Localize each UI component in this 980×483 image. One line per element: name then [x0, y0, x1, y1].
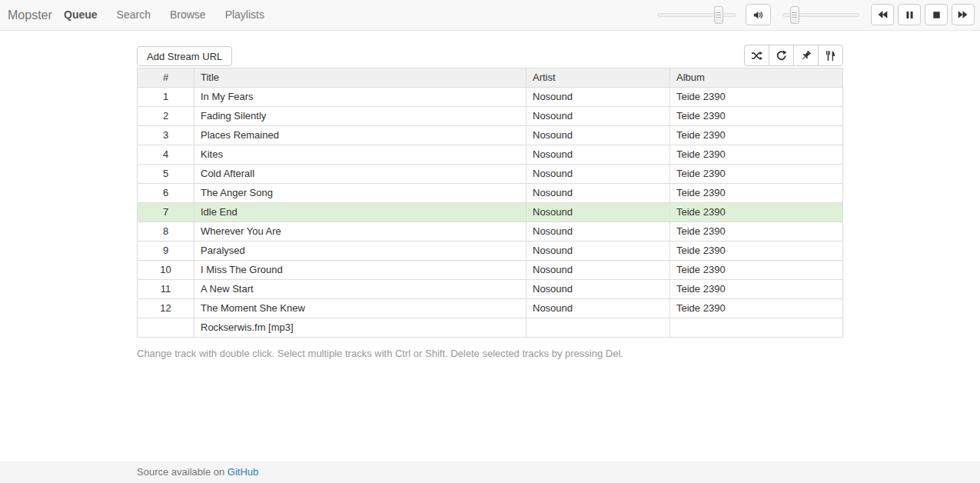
- seek-slider[interactable]: [657, 13, 736, 17]
- queue-page: Add Stream URL: [137, 31, 843, 359]
- track-number: 2: [138, 107, 194, 126]
- footer-source-text: Source available on: [137, 466, 228, 478]
- queue-table-body: 1 In My Fears Nosound Teide 2390 2 Fadin…: [138, 88, 843, 338]
- track-title: The Anger Song: [194, 184, 527, 203]
- table-row[interactable]: 9 Paralysed Nosound Teide 2390: [138, 242, 843, 261]
- track-title: Fading Silently: [194, 107, 527, 126]
- track-album: Teide 2390: [670, 261, 843, 280]
- table-row[interactable]: 7 Idle End Nosound Teide 2390: [138, 203, 843, 222]
- track-number: 10: [138, 261, 194, 280]
- usage-hint: Change track with double click. Select m…: [137, 348, 843, 359]
- slider-grip: [716, 12, 721, 18]
- repeat-button[interactable]: [769, 45, 794, 66]
- table-row[interactable]: 2 Fading Silently Nosound Teide 2390: [138, 107, 843, 126]
- track-artist: Nosound: [527, 165, 670, 184]
- track-album: Teide 2390: [670, 222, 843, 242]
- app-brand[interactable]: Mopster: [8, 0, 52, 30]
- shuffle-button[interactable]: [744, 45, 769, 66]
- table-row[interactable]: Rockserwis.fm [mp3]: [138, 318, 843, 338]
- column-header-album: Album: [670, 68, 843, 88]
- playback-mode-group: [744, 45, 843, 66]
- single-button[interactable]: [793, 45, 819, 66]
- add-stream-url-button[interactable]: Add Stream URL: [137, 46, 232, 66]
- volume-slider[interactable]: [782, 13, 859, 17]
- nav-item-playlists[interactable]: Playlists: [225, 0, 264, 30]
- track-artist: Nosound: [527, 261, 670, 280]
- column-header-title: Title: [194, 68, 527, 88]
- pushpin-icon: [800, 50, 812, 62]
- shuffle-icon: [751, 50, 762, 62]
- track-album: Teide 2390: [670, 88, 843, 107]
- table-row[interactable]: 11 A New Start Nosound Teide 2390: [138, 280, 843, 299]
- stop-button[interactable]: [925, 4, 948, 25]
- track-number: 8: [138, 222, 194, 242]
- next-button[interactable]: [952, 4, 975, 25]
- track-title: Cold Afterall: [194, 165, 527, 184]
- track-number: 6: [138, 184, 194, 203]
- volume-up-icon: [752, 9, 764, 21]
- stop-icon: [932, 10, 942, 20]
- track-album: Teide 2390: [670, 165, 843, 184]
- track-album: Teide 2390: [670, 280, 843, 299]
- table-row[interactable]: 4 Kites Nosound Teide 2390: [138, 145, 843, 165]
- nav-item-queue[interactable]: Queue: [64, 0, 98, 30]
- table-row[interactable]: 8 Wherever You Are Nosound Teide 2390: [138, 222, 843, 242]
- track-artist: Nosound: [527, 126, 670, 145]
- column-header-artist: Artist: [527, 68, 670, 88]
- pause-icon: [905, 10, 915, 20]
- track-title: The Moment She Knew: [194, 299, 527, 318]
- track-number: 1: [138, 88, 194, 107]
- track-album: Teide 2390: [670, 145, 843, 165]
- cutlery-icon: [825, 50, 836, 62]
- navbar: Mopster Queue Search Browse Playlists: [0, 0, 980, 31]
- track-album: Teide 2390: [670, 184, 843, 203]
- track-album: Teide 2390: [670, 126, 843, 145]
- track-title: Places Remained: [194, 126, 527, 145]
- track-title: In My Fears: [194, 88, 527, 107]
- track-artist: [527, 318, 670, 338]
- track-number: 3: [138, 126, 194, 145]
- column-header-number: #: [138, 68, 194, 88]
- nav-item-search[interactable]: Search: [117, 0, 151, 30]
- track-artist: Nosound: [527, 299, 670, 318]
- repeat-icon: [776, 50, 787, 62]
- fast-forward-icon: [958, 9, 968, 20]
- track-artist: Nosound: [527, 88, 670, 107]
- table-row[interactable]: 10 I Miss The Ground Nosound Teide 2390: [138, 261, 843, 280]
- queue-toolbar: Add Stream URL: [137, 31, 843, 68]
- track-title: Rockserwis.fm [mp3]: [194, 318, 527, 338]
- table-row[interactable]: 12 The Moment She Knew Nosound Teide 239…: [138, 299, 843, 318]
- nav-item-browse[interactable]: Browse: [170, 0, 206, 30]
- track-title: Wherever You Are: [194, 222, 527, 242]
- previous-button[interactable]: [871, 4, 894, 25]
- table-row[interactable]: 5 Cold Afterall Nosound Teide 2390: [138, 165, 843, 184]
- seek-slider-handle[interactable]: [714, 6, 723, 24]
- table-row[interactable]: 3 Places Remained Nosound Teide 2390: [138, 126, 843, 145]
- mute-button[interactable]: [746, 4, 771, 25]
- table-header-row: # Title Artist Album: [138, 68, 843, 88]
- track-album: Teide 2390: [670, 299, 843, 318]
- volume-slider-handle[interactable]: [790, 6, 799, 24]
- track-album: Teide 2390: [670, 203, 843, 222]
- track-number: 11: [138, 280, 194, 299]
- slider-grip: [792, 12, 797, 18]
- github-link[interactable]: GitHub: [228, 466, 258, 478]
- track-artist: Nosound: [527, 222, 670, 242]
- track-number: 4: [138, 145, 194, 165]
- track-album: [670, 318, 843, 338]
- playback-controls: [871, 4, 975, 25]
- track-artist: Nosound: [527, 107, 670, 126]
- track-number: 9: [138, 242, 194, 261]
- table-row[interactable]: 6 The Anger Song Nosound Teide 2390: [138, 184, 843, 203]
- track-artist: Nosound: [527, 203, 670, 222]
- track-number: 12: [138, 299, 194, 318]
- consume-button[interactable]: [818, 45, 843, 66]
- queue-table: # Title Artist Album 1 In My Fears Nosou…: [137, 68, 843, 338]
- pause-button[interactable]: [898, 4, 921, 25]
- table-row[interactable]: 1 In My Fears Nosound Teide 2390: [138, 88, 843, 107]
- fast-backward-icon: [877, 9, 888, 20]
- track-number: [138, 318, 194, 338]
- track-number: 7: [138, 203, 194, 222]
- track-album: Teide 2390: [670, 107, 843, 126]
- track-artist: Nosound: [527, 145, 670, 165]
